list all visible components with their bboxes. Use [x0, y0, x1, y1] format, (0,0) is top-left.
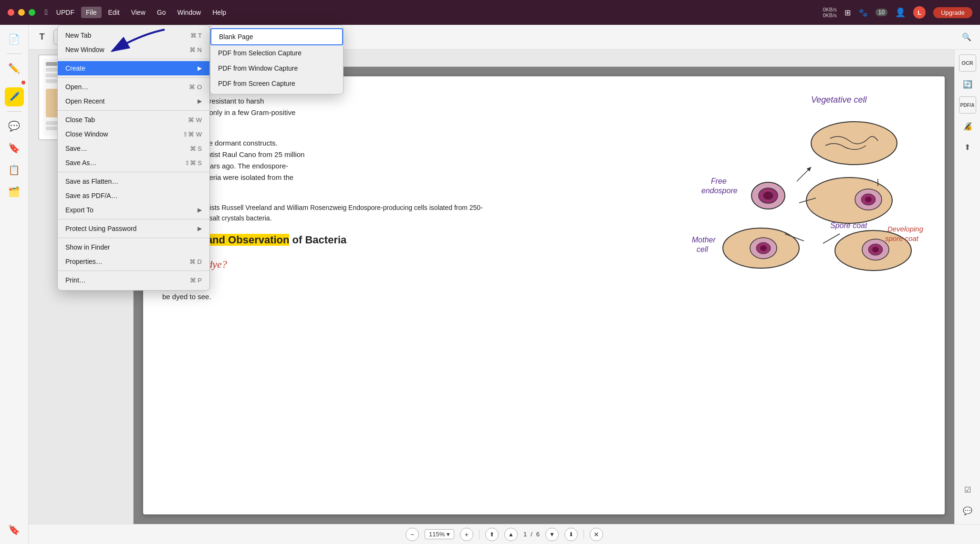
page-first-button[interactable]: ⬆ [485, 528, 499, 541]
save-as-shortcut: ⇧⌘ S [185, 159, 202, 167]
submenu-selection-capture[interactable]: PDF from Selection Capture [210, 45, 343, 61]
minimize-button[interactable] [18, 9, 25, 16]
sidebar-icon-stamp[interactable]: 📋 [5, 160, 24, 179]
sidebar-icon-comment[interactable]: 💬 [5, 116, 24, 136]
badge-count: 10 [876, 9, 887, 16]
endospore-core [763, 192, 773, 199]
right-icon-chat[interactable]: 💬 [959, 502, 976, 519]
export-to-arrow: ▶ [198, 207, 202, 213]
close-button[interactable] [8, 9, 14, 16]
sidebar-icon-bookmark-bottom[interactable]: 🔖 [5, 520, 24, 539]
menu-save-pdfa[interactable]: Save as PDF/A… [58, 188, 209, 203]
zoom-value: 115% [429, 531, 445, 538]
sidebar-icon-pages[interactable]: 📄 [5, 30, 24, 49]
menu-open[interactable]: Open… ⌘ O [58, 80, 209, 94]
menu-save-as[interactable]: Save As… ⇧⌘ S [58, 156, 209, 170]
right-icon-sign[interactable]: 🔏 [959, 117, 976, 135]
submenu-blank-page[interactable]: Blank Page [210, 28, 343, 45]
upgrade-button[interactable]: Upgrade [933, 7, 972, 18]
sidebar-divider-1 [7, 53, 21, 54]
page-last-button[interactable]: ⬇ [564, 528, 578, 541]
menu-close-window[interactable]: Close Window ⇧⌘ W [58, 127, 209, 141]
sidebar-icon-bookmark[interactable]: 🔖 [5, 138, 24, 157]
page-next-button[interactable]: ▼ [545, 528, 559, 541]
new-window-shortcut: ⌘ N [189, 46, 202, 53]
bottom-bar: − 115% ▾ + ⬆ ▲ 1 / 6 ▼ ⬇ ✕ [29, 524, 980, 544]
menu-new-tab[interactable]: New Tab ⌘ T [58, 28, 209, 42]
right-icon-check[interactable]: ☑ [959, 481, 976, 498]
menu-print[interactable]: Print… ⌘ P [58, 273, 209, 287]
close-bottom-button[interactable]: ✕ [590, 528, 603, 541]
zoom-dropdown-arrow[interactable]: ▾ [447, 531, 450, 538]
file-menu-dropdown: New Tab ⌘ T New Window ⌘ N Create ▶ Open… [57, 25, 210, 291]
pdf-page-area: New Tab ✕ + that are highly resistant to… [134, 50, 954, 524]
titlebar:  UPDF File Edit View Go Window Help 0KB… [0, 0, 980, 25]
maximize-button[interactable] [29, 9, 35, 16]
sidebar-icon-highlight[interactable]: 🖊️ [5, 87, 24, 106]
toolbar-search-btn[interactable]: 🔍 [959, 30, 974, 45]
create-arrow: ▶ [198, 65, 202, 72]
new-tab-shortcut: ⌘ T [190, 32, 202, 39]
menu-window[interactable]: Window [172, 7, 206, 18]
save-pdfa-label: Save as PDF/A… [65, 192, 118, 199]
separator-2 [58, 77, 209, 78]
menu-file[interactable]: File [81, 7, 102, 18]
right-icon-convert[interactable]: 🔄 [959, 75, 976, 93]
separator-3 [58, 110, 209, 111]
share-icon[interactable]: 🐾 [858, 8, 868, 17]
spore-coat-label: Spore coat [830, 221, 867, 230]
menu-properties[interactable]: Properties… ⌘ D [58, 254, 209, 269]
menu-edit[interactable]: Edit [104, 7, 125, 18]
sidebar-icon-edit[interactable]: ✏️ [5, 59, 24, 78]
zoom-display[interactable]: 115% ▾ [425, 529, 454, 539]
separator-7 [58, 271, 209, 271]
right-sidebar: OCR 🔄 PDF/A 🔏 ⬆ ☑ 💬 [954, 50, 980, 524]
create-label: Create [65, 64, 85, 72]
menu-show-finder[interactable]: Show in Finder [58, 240, 209, 254]
sidebar-divider-2 [7, 111, 21, 112]
free-endospore-label: Free [711, 177, 727, 185]
show-finder-label: Show in Finder [65, 243, 110, 251]
person-icon[interactable]: 👤 [895, 7, 906, 18]
submenu-screen-capture[interactable]: PDF from Screen Capture [210, 76, 343, 91]
menu-save[interactable]: Save… ⌘ S [58, 141, 209, 156]
bacteria-diagram: Vegetative cell Free endospore [687, 86, 926, 277]
menu-close-tab[interactable]: Close Tab ⌘ W [58, 113, 209, 127]
window-capture-label: PDF from Window Capture [218, 64, 298, 72]
separator-4 [58, 172, 209, 172]
right-icon-upload[interactable]: ⬆ [959, 138, 976, 156]
protect-password-label: Protect Using Password [65, 225, 136, 232]
menu-new-window[interactable]: New Window ⌘ N [58, 42, 209, 57]
zoom-out-button[interactable]: − [406, 528, 419, 541]
menu-save-flatten[interactable]: Save as Flatten… [58, 174, 209, 188]
close-window-label: Close Window [65, 130, 108, 138]
pdf-bullet: • Due to the [162, 280, 926, 291]
open-recent-arrow: ▶ [198, 98, 202, 105]
menu-open-recent[interactable]: Open Recent ▶ [58, 94, 209, 108]
right-icon-pdf-a[interactable]: PDF/A [959, 96, 976, 114]
pdf-text-3: American scientists Russell Vreeland and… [162, 202, 496, 224]
grid-icon[interactable]: ⊞ [844, 8, 851, 17]
zoom-in-button[interactable]: + [460, 528, 473, 541]
menu-create[interactable]: Create ▶ [58, 61, 209, 75]
menu-help[interactable]: Help [208, 7, 231, 18]
page-current: 1 [523, 531, 527, 538]
menu-view[interactable]: View [126, 7, 150, 18]
menu-updf[interactable]: UPDF [52, 7, 79, 18]
apple-menu-icon[interactable]:  [45, 8, 48, 17]
menu-export-to[interactable]: Export To ▶ [58, 203, 209, 217]
network-stats: 0KB/s0KB/s [823, 7, 836, 18]
page-prev-button[interactable]: ▲ [504, 528, 518, 541]
menu-go[interactable]: Go [152, 7, 171, 18]
arrow-1 [797, 167, 811, 181]
right-icon-ocr[interactable]: OCR [959, 54, 976, 72]
sidebar-icon-layers[interactable]: 🗂️ [5, 182, 24, 201]
save-shortcut: ⌘ S [190, 145, 202, 152]
submenu-window-capture[interactable]: PDF from Window Capture [210, 61, 343, 76]
page-separator: / [531, 531, 532, 538]
avatar[interactable]: L [913, 6, 926, 19]
pdf-page: that are highly resistant to harsh envir… [143, 76, 945, 514]
toolbar-text-btn[interactable]: T [34, 30, 50, 45]
bottom-divider-1 [479, 530, 480, 539]
menu-protect-password[interactable]: Protect Using Password ▶ [58, 221, 209, 236]
